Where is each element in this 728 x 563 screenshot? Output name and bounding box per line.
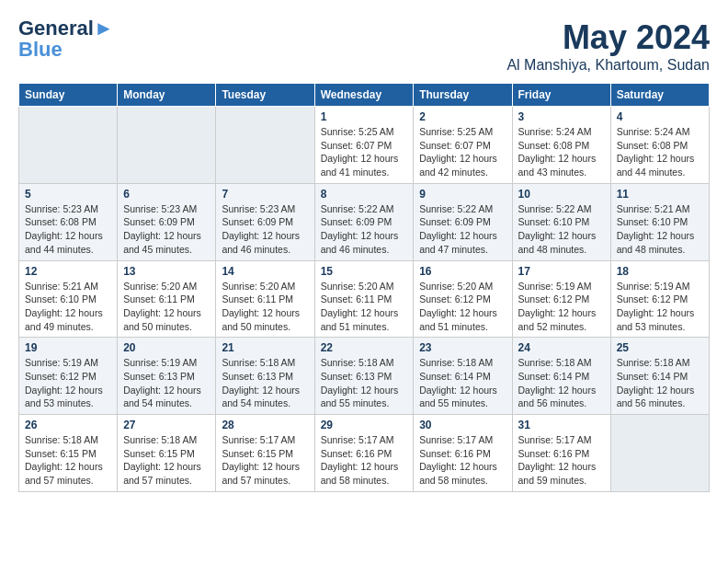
col-sunday: Sunday — [19, 84, 118, 107]
calendar-cell: 31Sunrise: 5:17 AM Sunset: 6:16 PM Dayli… — [512, 415, 610, 492]
day-number: 15 — [321, 265, 408, 278]
calendar-cell: 6Sunrise: 5:23 AM Sunset: 6:09 PM Daylig… — [118, 183, 216, 260]
day-info: Sunrise: 5:25 AM Sunset: 6:07 PM Dayligh… — [419, 125, 506, 179]
col-tuesday: Tuesday — [216, 84, 314, 107]
calendar-cell: 30Sunrise: 5:17 AM Sunset: 6:16 PM Dayli… — [414, 415, 512, 492]
day-info: Sunrise: 5:23 AM Sunset: 6:09 PM Dayligh… — [123, 202, 210, 257]
calendar-cell: 25Sunrise: 5:18 AM Sunset: 6:14 PM Dayli… — [610, 338, 709, 415]
calendar-table: Sunday Monday Tuesday Wednesday Thursday… — [18, 83, 710, 492]
day-info: Sunrise: 5:19 AM Sunset: 6:12 PM Dayligh… — [617, 280, 703, 334]
day-info: Sunrise: 5:22 AM Sunset: 6:09 PM Dayligh… — [321, 202, 408, 257]
calendar-cell: 4Sunrise: 5:24 AM Sunset: 6:08 PM Daylig… — [610, 107, 709, 184]
day-info: Sunrise: 5:21 AM Sunset: 6:10 PM Dayligh… — [617, 202, 703, 257]
day-info: Sunrise: 5:18 AM Sunset: 6:13 PM Dayligh… — [321, 356, 408, 410]
title-area: May 2024 Al Manshiya, Khartoum, Sudan — [506, 18, 710, 74]
calendar-cell: 3Sunrise: 5:24 AM Sunset: 6:08 PM Daylig… — [512, 107, 610, 184]
calendar-cell: 2Sunrise: 5:25 AM Sunset: 6:07 PM Daylig… — [414, 107, 512, 184]
day-number: 20 — [123, 341, 210, 354]
day-info: Sunrise: 5:19 AM Sunset: 6:12 PM Dayligh… — [25, 356, 111, 410]
calendar-cell — [216, 107, 314, 184]
calendar-week-row: 12Sunrise: 5:21 AM Sunset: 6:10 PM Dayli… — [19, 260, 710, 338]
day-number: 27 — [123, 419, 210, 431]
day-number: 23 — [419, 341, 506, 354]
day-info: Sunrise: 5:24 AM Sunset: 6:08 PM Dayligh… — [518, 125, 605, 179]
day-info: Sunrise: 5:18 AM Sunset: 6:13 PM Dayligh… — [222, 356, 308, 410]
logo-line1: General► — [18, 18, 114, 39]
day-number: 1 — [321, 110, 408, 123]
day-number: 17 — [518, 265, 605, 278]
day-number: 16 — [419, 265, 506, 278]
calendar-cell: 28Sunrise: 5:17 AM Sunset: 6:15 PM Dayli… — [216, 415, 314, 492]
day-info: Sunrise: 5:22 AM Sunset: 6:09 PM Dayligh… — [419, 202, 506, 257]
day-number: 12 — [25, 265, 111, 278]
day-number: 28 — [222, 419, 308, 431]
day-number: 5 — [25, 188, 111, 201]
day-info: Sunrise: 5:24 AM Sunset: 6:08 PM Dayligh… — [617, 125, 703, 179]
day-info: Sunrise: 5:23 AM Sunset: 6:09 PM Dayligh… — [222, 202, 308, 257]
day-info: Sunrise: 5:18 AM Sunset: 6:14 PM Dayligh… — [419, 356, 506, 410]
day-info: Sunrise: 5:20 AM Sunset: 6:12 PM Dayligh… — [419, 280, 506, 334]
calendar-cell: 1Sunrise: 5:25 AM Sunset: 6:07 PM Daylig… — [314, 107, 414, 184]
day-number: 29 — [321, 419, 408, 431]
calendar-cell: 21Sunrise: 5:18 AM Sunset: 6:13 PM Dayli… — [216, 338, 314, 415]
page-header: General► Blue May 2024 Al Manshiya, Khar… — [18, 18, 710, 74]
day-number: 7 — [222, 188, 308, 201]
day-info: Sunrise: 5:17 AM Sunset: 6:15 PM Dayligh… — [222, 433, 308, 488]
day-number: 31 — [518, 419, 605, 431]
day-number: 3 — [518, 110, 605, 123]
day-number: 11 — [617, 188, 703, 201]
day-info: Sunrise: 5:22 AM Sunset: 6:10 PM Dayligh… — [518, 202, 605, 257]
day-info: Sunrise: 5:18 AM Sunset: 6:14 PM Dayligh… — [617, 356, 703, 410]
day-number: 13 — [123, 265, 210, 278]
day-number: 9 — [419, 188, 506, 201]
calendar-cell: 23Sunrise: 5:18 AM Sunset: 6:14 PM Dayli… — [414, 338, 512, 415]
col-friday: Friday — [512, 84, 610, 107]
calendar-cell: 29Sunrise: 5:17 AM Sunset: 6:16 PM Dayli… — [314, 415, 414, 492]
calendar-cell: 24Sunrise: 5:18 AM Sunset: 6:14 PM Dayli… — [512, 338, 610, 415]
calendar-cell: 8Sunrise: 5:22 AM Sunset: 6:09 PM Daylig… — [314, 183, 414, 260]
day-number: 19 — [25, 341, 111, 354]
day-number: 4 — [617, 110, 703, 123]
calendar-week-row: 5Sunrise: 5:23 AM Sunset: 6:08 PM Daylig… — [19, 183, 710, 260]
col-thursday: Thursday — [414, 84, 512, 107]
day-number: 8 — [321, 188, 408, 201]
col-wednesday: Wednesday — [314, 84, 414, 107]
month-title: May 2024 — [506, 18, 710, 57]
calendar-cell: 18Sunrise: 5:19 AM Sunset: 6:12 PM Dayli… — [610, 260, 709, 338]
calendar-cell — [118, 107, 216, 184]
calendar-cell: 27Sunrise: 5:18 AM Sunset: 6:15 PM Dayli… — [118, 415, 216, 492]
day-info: Sunrise: 5:19 AM Sunset: 6:12 PM Dayligh… — [518, 280, 605, 334]
day-info: Sunrise: 5:18 AM Sunset: 6:15 PM Dayligh… — [25, 433, 111, 488]
calendar-cell: 10Sunrise: 5:22 AM Sunset: 6:10 PM Dayli… — [512, 183, 610, 260]
day-number: 2 — [419, 110, 506, 123]
day-info: Sunrise: 5:17 AM Sunset: 6:16 PM Dayligh… — [419, 433, 506, 488]
calendar-cell: 19Sunrise: 5:19 AM Sunset: 6:12 PM Dayli… — [19, 338, 118, 415]
calendar-week-row: 26Sunrise: 5:18 AM Sunset: 6:15 PM Dayli… — [19, 415, 710, 492]
day-number: 18 — [617, 265, 703, 278]
day-number: 24 — [518, 341, 605, 354]
calendar-cell — [610, 415, 709, 492]
day-number: 6 — [123, 188, 210, 201]
calendar-week-row: 19Sunrise: 5:19 AM Sunset: 6:12 PM Dayli… — [19, 338, 710, 415]
calendar-cell: 20Sunrise: 5:19 AM Sunset: 6:13 PM Dayli… — [118, 338, 216, 415]
day-number: 10 — [518, 188, 605, 201]
calendar-cell: 17Sunrise: 5:19 AM Sunset: 6:12 PM Dayli… — [512, 260, 610, 338]
logo: General► Blue — [18, 18, 114, 61]
calendar-header-row: Sunday Monday Tuesday Wednesday Thursday… — [19, 84, 710, 107]
calendar-cell: 7Sunrise: 5:23 AM Sunset: 6:09 PM Daylig… — [216, 183, 314, 260]
calendar-cell: 15Sunrise: 5:20 AM Sunset: 6:11 PM Dayli… — [314, 260, 414, 338]
day-number: 25 — [617, 341, 703, 354]
calendar-cell: 16Sunrise: 5:20 AM Sunset: 6:12 PM Dayli… — [414, 260, 512, 338]
day-number: 30 — [419, 419, 506, 431]
day-info: Sunrise: 5:20 AM Sunset: 6:11 PM Dayligh… — [222, 280, 308, 334]
day-number: 26 — [25, 419, 111, 431]
logo-line2: Blue — [18, 39, 114, 61]
day-info: Sunrise: 5:17 AM Sunset: 6:16 PM Dayligh… — [321, 433, 408, 488]
location: Al Manshiya, Khartoum, Sudan — [506, 57, 710, 74]
day-info: Sunrise: 5:18 AM Sunset: 6:15 PM Dayligh… — [123, 433, 210, 488]
day-number: 21 — [222, 341, 308, 354]
day-info: Sunrise: 5:19 AM Sunset: 6:13 PM Dayligh… — [123, 356, 210, 410]
calendar-cell: 5Sunrise: 5:23 AM Sunset: 6:08 PM Daylig… — [19, 183, 118, 260]
calendar-cell: 22Sunrise: 5:18 AM Sunset: 6:13 PM Dayli… — [314, 338, 414, 415]
day-number: 22 — [321, 341, 408, 354]
